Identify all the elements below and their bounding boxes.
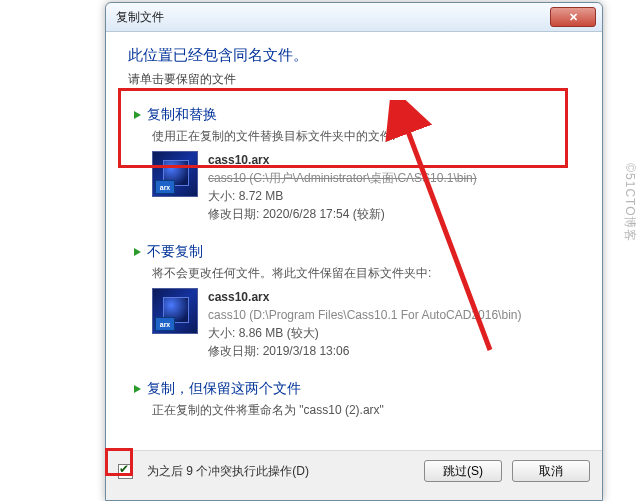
option-description: 正在复制的文件将重命名为 "cass10 (2).arx" bbox=[152, 402, 574, 419]
titlebar: 复制文件 ✕ bbox=[106, 3, 602, 32]
file-ext-badge: arx bbox=[155, 180, 175, 194]
file-name: cass10.arx bbox=[208, 288, 521, 306]
apply-to-all-label: 为之后 9 个冲突执行此操作(D) bbox=[147, 463, 414, 480]
option-description: 使用正在复制的文件替换目标文件夹中的文件: bbox=[152, 128, 574, 145]
arrow-right-icon bbox=[134, 111, 141, 119]
file-metadata: cass10.arx cass10 (D:\Program Files\Cass… bbox=[208, 288, 521, 360]
watermark-text: ©51CTO博客 bbox=[621, 163, 638, 242]
close-button[interactable]: ✕ bbox=[550, 7, 596, 27]
option-title: 复制和替换 bbox=[147, 106, 217, 124]
file-path: cass10 (C:\用户\Administrator\桌面\CASS10.1\… bbox=[208, 169, 477, 187]
option-title: 复制，但保留这两个文件 bbox=[147, 380, 301, 398]
option-keep-both[interactable]: 复制，但保留这两个文件 正在复制的文件将重命名为 "cass10 (2).arx… bbox=[128, 372, 580, 435]
option-description: 将不会更改任何文件。将此文件保留在目标文件夹中: bbox=[152, 265, 574, 282]
arrow-right-icon bbox=[134, 248, 141, 256]
option-copy-replace[interactable]: 复制和替换 使用正在复制的文件替换目标文件夹中的文件: arx cass10.a… bbox=[128, 98, 580, 233]
cancel-button[interactable]: 取消 bbox=[512, 460, 590, 482]
dialog-body: 此位置已经包含同名文件。 请单击要保留的文件 复制和替换 使用正在复制的文件替换… bbox=[106, 32, 602, 450]
file-thumbnail-icon: arx bbox=[152, 288, 198, 334]
file-path: cass10 (D:\Program Files\Cass10.1 For Au… bbox=[208, 306, 521, 324]
option-title: 不要复制 bbox=[147, 243, 203, 261]
dialog-title: 复制文件 bbox=[116, 9, 550, 26]
option-do-not-copy[interactable]: 不要复制 将不会更改任何文件。将此文件保留在目标文件夹中: arx cass10… bbox=[128, 235, 580, 370]
file-date: 修改日期: 2020/6/28 17:54 (较新) bbox=[208, 205, 477, 223]
file-ext-badge: arx bbox=[155, 317, 175, 331]
skip-button[interactable]: 跳过(S) bbox=[424, 460, 502, 482]
file-metadata: cass10.arx cass10 (C:\用户\Administrator\桌… bbox=[208, 151, 477, 223]
main-heading: 此位置已经包含同名文件。 bbox=[128, 46, 580, 65]
file-thumbnail-icon: arx bbox=[152, 151, 198, 197]
file-info: arx cass10.arx cass10 (D:\Program Files\… bbox=[152, 288, 574, 360]
file-size: 大小: 8.72 MB bbox=[208, 187, 477, 205]
file-name: cass10.arx bbox=[208, 151, 477, 169]
file-size: 大小: 8.86 MB (较大) bbox=[208, 324, 521, 342]
dialog-footer: 为之后 9 个冲突执行此操作(D) 跳过(S) 取消 bbox=[106, 450, 602, 491]
sub-heading: 请单击要保留的文件 bbox=[128, 71, 580, 88]
apply-to-all-checkbox[interactable] bbox=[118, 464, 133, 479]
close-icon: ✕ bbox=[569, 11, 578, 24]
copy-file-dialog: 复制文件 ✕ 此位置已经包含同名文件。 请单击要保留的文件 复制和替换 使用正在… bbox=[105, 2, 603, 501]
arrow-right-icon bbox=[134, 385, 141, 393]
file-date: 修改日期: 2019/3/18 13:06 bbox=[208, 342, 521, 360]
file-info: arx cass10.arx cass10 (C:\用户\Administrat… bbox=[152, 151, 574, 223]
